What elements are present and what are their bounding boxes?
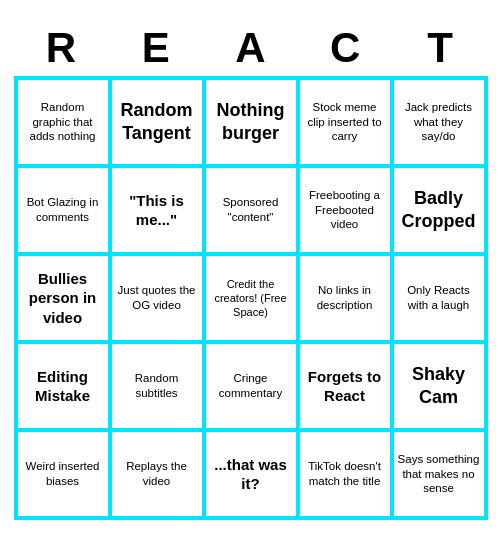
cell-5[interactable]: Bot Glazing in comments <box>16 166 110 254</box>
cell-23[interactable]: TikTok doesn't match the title <box>298 430 392 518</box>
title-letter-e: E <box>112 24 200 72</box>
cell-4[interactable]: Jack predicts what they say/do <box>392 78 486 166</box>
cell-21[interactable]: Replays the video <box>110 430 204 518</box>
cell-15[interactable]: Editing Mistake <box>16 342 110 430</box>
bingo-grid: Random graphic that adds nothing Random … <box>14 76 488 520</box>
cell-17[interactable]: Cringe commentary <box>204 342 298 430</box>
cell-14[interactable]: Only Reacts with a laugh <box>392 254 486 342</box>
cell-0[interactable]: Random graphic that adds nothing <box>16 78 110 166</box>
title-letter-c: C <box>301 24 389 72</box>
cell-8[interactable]: Freebooting a Freebooted video <box>298 166 392 254</box>
cell-12-free-space[interactable]: Credit the creators! (Free Space) <box>204 254 298 342</box>
bingo-card: R E A C T Random graphic that adds nothi… <box>6 16 496 528</box>
cell-3[interactable]: Stock meme clip inserted to carry <box>298 78 392 166</box>
cell-6[interactable]: "This is me..." <box>110 166 204 254</box>
title-letter-r: R <box>17 24 105 72</box>
cell-24[interactable]: Says something that makes no sense <box>392 430 486 518</box>
cell-11[interactable]: Just quotes the OG video <box>110 254 204 342</box>
cell-22[interactable]: ...that was it? <box>204 430 298 518</box>
cell-10[interactable]: Bullies person in video <box>16 254 110 342</box>
cell-2[interactable]: Nothing burger <box>204 78 298 166</box>
title-letter-t: T <box>396 24 484 72</box>
cell-7[interactable]: Sponsored "content" <box>204 166 298 254</box>
cell-19[interactable]: Shaky Cam <box>392 342 486 430</box>
cell-1[interactable]: Random Tangent <box>110 78 204 166</box>
cell-16[interactable]: Random subtitles <box>110 342 204 430</box>
bingo-title: R E A C T <box>14 24 488 72</box>
title-letter-a: A <box>206 24 294 72</box>
cell-18[interactable]: Forgets to React <box>298 342 392 430</box>
cell-20[interactable]: Weird inserted biases <box>16 430 110 518</box>
cell-9[interactable]: Badly Cropped <box>392 166 486 254</box>
cell-13[interactable]: No links in description <box>298 254 392 342</box>
